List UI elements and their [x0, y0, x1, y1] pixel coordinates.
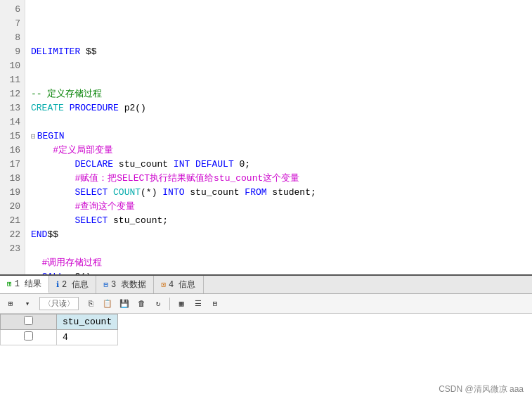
- tab-label: 3 表数据: [111, 279, 146, 291]
- dropdown-btn[interactable]: ▾: [20, 296, 35, 312]
- line-number: 7: [4, 17, 20, 31]
- tab-tab2[interactable]: ℹ2 信息: [49, 276, 96, 293]
- toolbar-separator: [169, 298, 170, 310]
- line-number: 10: [4, 59, 20, 73]
- token: (*): [141, 186, 162, 200]
- line-number: 16: [4, 144, 20, 158]
- code-editor[interactable]: 67891011121314151617181920212223 DELIMIT…: [0, 0, 532, 274]
- line-number: 8: [4, 31, 20, 45]
- token: [190, 158, 195, 172]
- refresh-btn[interactable]: ↻: [150, 296, 166, 312]
- code-line: ⊟BEGIN: [31, 129, 526, 144]
- tab-label: 1 结果: [15, 278, 41, 290]
- token: DECLARE: [74, 158, 113, 172]
- token: COUNT: [113, 186, 141, 200]
- line-number: 9: [4, 45, 20, 59]
- copy-btn[interactable]: ⎘: [83, 296, 98, 312]
- token: CREATE: [31, 101, 64, 115]
- token: -- 定义存储过程: [31, 87, 102, 101]
- line-number: 12: [4, 87, 20, 101]
- tab-label: 4 信息: [169, 279, 195, 291]
- token: [31, 144, 53, 158]
- line-number: 13: [4, 101, 20, 115]
- row-checkbox[interactable]: [24, 331, 33, 340]
- code-line: END$$: [31, 228, 526, 242]
- readonly-badge: 〈只读〉: [39, 297, 79, 310]
- token: #定义局部变量: [53, 144, 113, 158]
- line-number: 23: [4, 242, 20, 256]
- token: stu_count;: [108, 214, 168, 228]
- line-number: 18: [4, 172, 20, 186]
- tab-tab1[interactable]: ⊞1 结果: [0, 276, 49, 293]
- code-line: SELECT COUNT(*) INTO stu_count FROM stud…: [31, 186, 526, 200]
- token: p2();: [64, 270, 97, 274]
- code-line: CREATE PROCEDURE p2(): [31, 101, 526, 115]
- select-all-checkbox[interactable]: [24, 316, 33, 325]
- token: $$: [47, 228, 58, 242]
- paste-btn[interactable]: 📋: [100, 296, 115, 312]
- token: 0;: [234, 158, 250, 172]
- line-numbers: 67891011121314151617181920212223: [0, 0, 25, 274]
- token: [31, 186, 74, 200]
- token: INT: [174, 158, 190, 172]
- code-line: [31, 73, 526, 87]
- token: CALL: [42, 270, 64, 274]
- view-btn3[interactable]: ⊟: [207, 296, 223, 312]
- tab-label: 2 信息: [62, 279, 89, 291]
- code-line: #调用存储过程: [31, 256, 526, 270]
- code-line: -- 定义存储过程: [31, 87, 526, 101]
- token: FROM: [245, 186, 266, 200]
- token: [31, 158, 74, 172]
- code-line: [31, 242, 526, 256]
- token: #赋值：把SELECT执行结果赋值给stu_count这个变量: [74, 172, 299, 186]
- grid-icon: ⊞: [7, 279, 12, 288]
- fold-icon[interactable]: ⊟: [31, 129, 36, 144]
- delete-btn[interactable]: 🗑: [134, 296, 149, 312]
- token: [64, 101, 70, 115]
- token: SELECT: [74, 214, 108, 228]
- code-line: #查询这个变量: [31, 200, 526, 214]
- save-btn[interactable]: 💾: [117, 296, 132, 312]
- column-header: stu_count: [57, 314, 118, 330]
- view-btn1[interactable]: ▦: [174, 296, 189, 312]
- token: PROCEDURE: [70, 101, 119, 115]
- code-line: DELIMITER $$: [31, 45, 526, 59]
- table-cell: 4: [57, 330, 118, 345]
- tab-tab3[interactable]: ⊟3 表数据: [96, 276, 154, 293]
- token: stu_count: [113, 158, 174, 172]
- code-line: #赋值：把SELECT执行结果赋值给stu_count这个变量: [31, 172, 526, 186]
- info-icon: ℹ: [56, 280, 59, 289]
- token: DELIMITER: [31, 45, 80, 59]
- grid-btn[interactable]: ⊞: [3, 296, 18, 312]
- result-toolbar: ⊞ ▾ 〈只读〉 ⎘ 📋 💾 🗑 ↻ ▦ ☰ ⊟: [0, 294, 532, 314]
- line-number: 19: [4, 186, 20, 200]
- table-icon: ⊟: [103, 280, 108, 289]
- token: #查询这个变量: [74, 200, 135, 214]
- line-number: 11: [4, 73, 20, 87]
- token: [31, 256, 42, 270]
- line-number: 21: [4, 214, 20, 228]
- watermark: CSDN @清风微凉 aaa: [439, 383, 524, 395]
- token: BEGIN: [37, 129, 65, 144]
- info2-icon: ⊡: [161, 280, 166, 289]
- line-number: 20: [4, 200, 20, 214]
- code-line: CALL p2();: [31, 270, 526, 274]
- token: [31, 270, 42, 274]
- token: $$: [80, 45, 96, 59]
- line-number: 22: [4, 228, 20, 242]
- line-number: 6: [4, 3, 20, 17]
- code-line: [31, 31, 526, 45]
- code-line: [31, 59, 526, 73]
- bottom-panel: ⊞1 结果ℹ2 信息⊟3 表数据⊡4 信息 ⊞ ▾ 〈只读〉 ⎘ 📋 💾 🗑 ↻…: [0, 274, 532, 401]
- code-content[interactable]: DELIMITER $$-- 定义存储过程CREATE PROCEDURE p2…: [25, 0, 532, 274]
- tab-tab4[interactable]: ⊡4 信息: [154, 276, 203, 293]
- line-number: 14: [4, 115, 20, 129]
- token: #调用存储过程: [42, 256, 103, 270]
- tabs-bar: ⊞1 结果ℹ2 信息⊟3 表数据⊡4 信息: [0, 276, 532, 294]
- token: [31, 214, 74, 228]
- token: END: [31, 228, 47, 242]
- code-line: #定义局部变量: [31, 144, 526, 158]
- token: [108, 186, 113, 200]
- view-btn2[interactable]: ☰: [190, 296, 206, 312]
- line-number: 17: [4, 158, 20, 172]
